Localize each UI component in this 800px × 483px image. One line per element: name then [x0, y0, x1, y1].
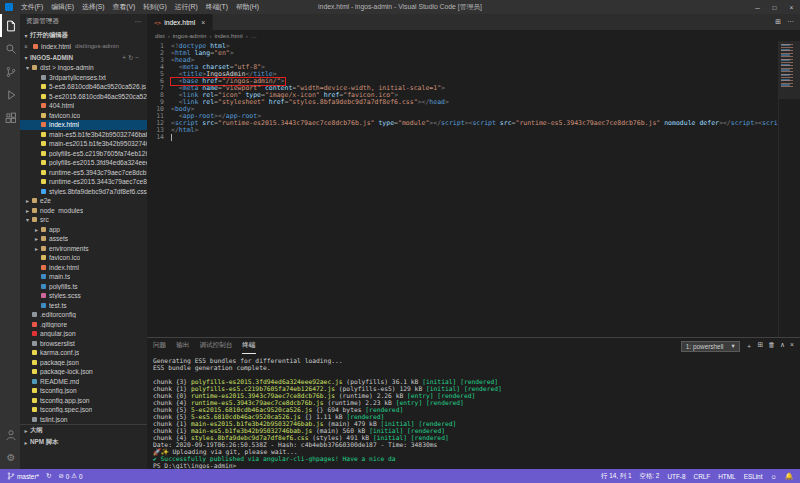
code-line-content[interactable]	[171, 134, 172, 141]
terminal-selector[interactable]: 1: powershell ▾	[681, 341, 740, 352]
tree-item[interactable]: angular.json	[20, 329, 147, 339]
tree-item[interactable]: .gitignore	[20, 320, 147, 330]
settings-gear-icon[interactable]: ⚙	[0, 446, 20, 469]
breadcrumb-item[interactable]: index.html	[214, 32, 242, 39]
run-debug-icon[interactable]	[0, 83, 20, 106]
tree-item[interactable]: ▸environments	[20, 244, 147, 254]
tree-item[interactable]: index.html	[20, 120, 147, 130]
maximize-button[interactable]: □	[766, 4, 783, 11]
npm-scripts-section-header[interactable]: ▸ NPM 脚本	[20, 436, 147, 448]
editor-action-icon[interactable]: ⊞	[775, 18, 781, 26]
menu-item[interactable]: 选择(S)	[78, 2, 109, 12]
tree-item[interactable]: package.json	[20, 358, 147, 368]
branch-indicator[interactable]: master*	[7, 472, 39, 480]
minimap-slider[interactable]	[779, 41, 800, 99]
search-icon[interactable]	[0, 37, 20, 60]
kill-terminal-button[interactable]: 🗑	[768, 341, 775, 351]
status-item[interactable]: UTF-8	[667, 473, 685, 480]
minimize-button[interactable]: ─	[749, 4, 766, 11]
menu-item[interactable]: 文件(F)	[17, 2, 47, 12]
tree-item[interactable]: 5-es2015.6810cdb46ac9520ca526.js	[20, 92, 147, 102]
tree-item[interactable]: polyfills.ts	[20, 282, 147, 292]
breadcrumb-item[interactable]: …	[251, 32, 257, 39]
tree-item[interactable]: main-es2015.b1fe3b42b95032746bab.js	[20, 139, 147, 149]
tree-item[interactable]: ▸e2e	[20, 196, 147, 206]
status-item[interactable]: 行 14, 列 1	[601, 472, 632, 481]
tree-item[interactable]: runtime-es5.3943c79aec7ce8dcb76b.js	[20, 168, 147, 178]
breadcrumb-item[interactable]: ingos-admin	[173, 32, 207, 39]
tree-item[interactable]: 3rdpartylicenses.txt	[20, 73, 147, 83]
tree-item[interactable]: 404.html	[20, 101, 147, 111]
tab-index-html[interactable]: <> index.html ×	[147, 14, 213, 30]
status-item[interactable]: ☺	[770, 473, 777, 480]
status-item[interactable]: CRLF	[694, 473, 711, 480]
tree-item[interactable]: index.html	[20, 263, 147, 273]
status-item[interactable]: 🔔	[785, 472, 793, 480]
breadcrumb-item[interactable]: dist	[155, 32, 165, 39]
close-tab-icon[interactable]: ×	[201, 19, 205, 26]
tree-item[interactable]: tsconfig.json	[20, 386, 147, 396]
explorer-icon[interactable]	[0, 14, 20, 37]
tree-item[interactable]: polyfills-es2015.3fd94ed6a324eee92aec.js	[20, 158, 147, 168]
sync-button[interactable]: ↻	[46, 472, 51, 480]
more-actions-icon[interactable]: ⋯	[134, 18, 141, 26]
problems-indicator[interactable]: ⊘ 0 ⚠ 0	[58, 472, 82, 480]
outline-section-header[interactable]: ▸ 大纲	[20, 424, 147, 436]
status-item[interactable]: 空格: 2	[640, 472, 660, 481]
tree-item[interactable]: tslint.json	[20, 415, 147, 425]
tree-item[interactable]: ▸assets	[20, 234, 147, 244]
code-line-content[interactable]: </html>	[171, 127, 198, 134]
tree-item[interactable]: ▾src	[20, 215, 147, 225]
tree-item[interactable]: favicon.ico	[20, 111, 147, 121]
menu-item[interactable]: 运行(R)	[171, 2, 202, 12]
tree-item[interactable]: tsconfig.spec.json	[20, 405, 147, 415]
close-panel-button[interactable]: ×	[790, 341, 794, 351]
tree-item[interactable]: .editorconfig	[20, 310, 147, 320]
panel-tab[interactable]: 终端	[242, 338, 255, 354]
tree-item[interactable]: favicon.ico	[20, 253, 147, 263]
split-terminal-button[interactable]: ⊞	[758, 341, 764, 351]
maximize-panel-button[interactable]: ∧	[780, 341, 785, 351]
tree-item[interactable]: main.ts	[20, 272, 147, 282]
tree-item[interactable]: README.md	[20, 377, 147, 387]
tree-item[interactable]: main-es5.b1fe3b42b95032746bab.js	[20, 130, 147, 140]
close-button[interactable]: ×	[783, 4, 800, 11]
code-editor[interactable]: 1<!doctype html>2<html lang="en">3<head>…	[147, 41, 800, 337]
project-section-header[interactable]: ▾ INGOS-ADMIN +↻−	[20, 51, 147, 63]
tree-item[interactable]: styles.8bfa9debc9d7a7df8ef6.css	[20, 187, 147, 197]
code-line-content[interactable]: <link rel="stylesheet" href="styles.8bfa…	[171, 99, 449, 106]
tree-item[interactable]: ▸app	[20, 225, 147, 235]
menu-item[interactable]: 帮助(H)	[232, 2, 263, 12]
menu-item[interactable]: 转到(G)	[139, 2, 170, 12]
terminal-output[interactable]: Generating ES5 bundles for differential …	[147, 354, 800, 469]
tree-item[interactable]: tsconfig.app.json	[20, 396, 147, 406]
panel-tab[interactable]: 调试控制台	[199, 338, 232, 354]
open-editor-item[interactable]: × index.html dist\ingos-admin	[20, 41, 147, 51]
tree-item[interactable]: browserslist	[20, 339, 147, 349]
code-line-content[interactable]: <script src="runtime-es2015.3443c79aec7c…	[171, 120, 800, 127]
tree-item[interactable]: ▸node_modules	[20, 206, 147, 216]
tree-item[interactable]: ▾dist > ingos-admin	[20, 63, 147, 73]
close-editor-icon[interactable]: ×	[24, 43, 32, 50]
tree-item[interactable]: test.ts	[20, 301, 147, 311]
tree-item[interactable]: 5-es5.6810cdb46ac9520ca526.js	[20, 82, 147, 92]
panel-tab[interactable]: 问题	[153, 338, 166, 354]
editor-action-icon[interactable]: ⋯	[787, 18, 794, 26]
status-item[interactable]: HTML	[718, 473, 735, 480]
tree-item[interactable]: package-lock.json	[20, 367, 147, 377]
extensions-icon[interactable]	[0, 106, 20, 129]
tree-item[interactable]: runtime-es2015.3443c79aec7ce8dcb76b.js	[20, 177, 147, 187]
menu-item[interactable]: 终端(T)	[202, 2, 232, 12]
project-action-icon[interactable]: −	[135, 54, 141, 61]
new-terminal-button[interactable]: ＋	[746, 341, 753, 351]
status-item[interactable]: ESLint	[744, 473, 763, 480]
tree-item[interactable]: karma.conf.js	[20, 348, 147, 358]
minimap[interactable]	[778, 41, 800, 337]
menu-item[interactable]: 编辑(E)	[47, 2, 78, 12]
panel-tab[interactable]: 输出	[176, 338, 189, 354]
tree-item[interactable]: styles.scss	[20, 291, 147, 301]
source-control-icon[interactable]	[0, 60, 20, 83]
menu-item[interactable]: 查看(V)	[109, 2, 140, 12]
account-icon[interactable]	[0, 423, 20, 446]
tree-item[interactable]: polyfills-es5.c219b7605fa74eb126472.js	[20, 149, 147, 159]
